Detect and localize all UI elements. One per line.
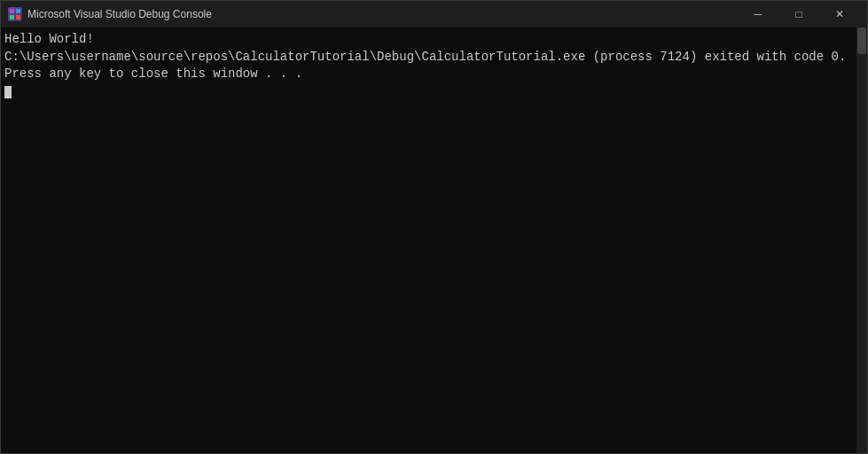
console-line-1: Hello World! [4, 31, 864, 49]
console-line-3: C:\Users\username\source\repos\Calculato… [4, 49, 864, 67]
svg-rect-1 [16, 9, 20, 13]
svg-rect-0 [10, 9, 14, 13]
scrollbar-track[interactable] [856, 27, 867, 453]
window-controls: ─ □ ✕ [738, 1, 860, 27]
console-cursor-line [4, 83, 864, 101]
maximize-button[interactable]: □ [778, 1, 819, 27]
svg-rect-2 [10, 15, 14, 20]
window-title: Microsoft Visual Studio Debug Console [27, 8, 738, 20]
console-line-4: Press any key to close this window . . . [4, 66, 864, 83]
svg-rect-3 [16, 15, 20, 20]
close-button[interactable]: ✕ [819, 1, 860, 27]
titlebar: Microsoft Visual Studio Debug Console ─ … [1, 1, 867, 27]
app-icon [8, 7, 22, 21]
console-output: Hello World! C:\Users\username\source\re… [1, 27, 867, 453]
scrollbar-thumb[interactable] [857, 27, 866, 54]
cursor-block [4, 86, 12, 98]
minimize-button[interactable]: ─ [738, 1, 778, 27]
window: Microsoft Visual Studio Debug Console ─ … [0, 0, 868, 454]
